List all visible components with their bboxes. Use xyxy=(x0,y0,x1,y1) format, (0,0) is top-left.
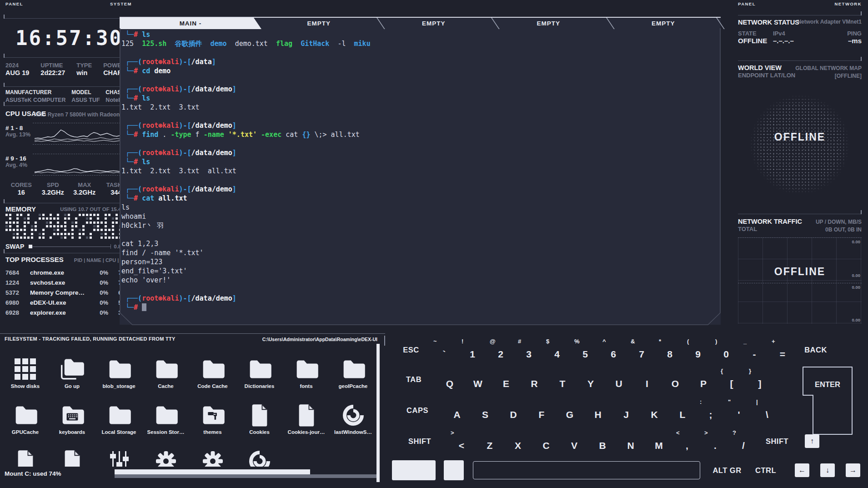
key-][interactable]: }] xyxy=(746,368,774,390)
key-o[interactable]: O xyxy=(661,368,689,390)
terminal-tab-active[interactable]: MAIN - xyxy=(120,18,261,29)
key-m[interactable]: M xyxy=(645,430,673,452)
key-blank[interactable] xyxy=(392,460,436,480)
key-t[interactable]: T xyxy=(548,368,577,390)
fs-item-Cookies[interactable]: Cookies xyxy=(236,391,283,437)
fs-item-Session-Stor-[interactable]: Session Stor… xyxy=(142,391,189,437)
key-9[interactable]: (9 xyxy=(684,339,712,361)
key-esc[interactable]: ESC xyxy=(392,339,430,361)
key-j[interactable]: J xyxy=(612,399,640,421)
fs-item-label: Code Cache xyxy=(197,383,227,391)
key-c[interactable]: C xyxy=(532,430,560,452)
key-q[interactable]: Q xyxy=(436,368,464,390)
key-y[interactable]: Y xyxy=(577,368,605,390)
key-2[interactable]: @2 xyxy=(487,339,515,361)
key-`[interactable]: ~` xyxy=(430,339,458,361)
key-↑[interactable]: ↑ xyxy=(805,434,819,448)
memory-dot xyxy=(71,225,74,227)
key-4[interactable]: $4 xyxy=(543,339,571,361)
key-x[interactable]: X xyxy=(504,430,532,452)
fs-item-GPUCache[interactable]: GPUCache xyxy=(2,391,49,437)
key-a[interactable]: A xyxy=(443,399,471,421)
fs-item[interactable] xyxy=(189,437,236,468)
key-↓[interactable]: ↓ xyxy=(820,463,835,477)
key-\[interactable]: |\ xyxy=(753,399,781,421)
key-d[interactable]: D xyxy=(499,399,527,421)
terminal-tab-empty[interactable]: EMPTY xyxy=(606,18,721,29)
key-h[interactable]: H xyxy=(584,399,612,421)
key-'[interactable]: "' xyxy=(725,399,753,421)
terminal-tab-empty[interactable]: EMPTY xyxy=(261,18,376,29)
key-0[interactable]: )0 xyxy=(712,339,740,361)
key-5[interactable]: %5 xyxy=(571,339,599,361)
fs-item-Go-up[interactable]: Go up xyxy=(49,345,95,391)
key-7[interactable]: &7 xyxy=(627,339,656,361)
key-s[interactable]: S xyxy=(471,399,499,421)
key-p[interactable]: P xyxy=(689,368,717,390)
key-u[interactable]: U xyxy=(605,368,633,390)
key-<[interactable]: >< xyxy=(447,430,476,452)
key-space[interactable] xyxy=(473,461,700,479)
fs-item-Cookies-jour-[interactable]: Cookies-jour… xyxy=(283,391,330,437)
fs-item-Show-disks[interactable]: Show disks xyxy=(2,345,49,391)
key-8[interactable]: *8 xyxy=(656,339,684,361)
key-,[interactable]: <, xyxy=(673,430,701,452)
fs-item[interactable] xyxy=(49,437,95,468)
key-→[interactable]: → xyxy=(846,463,860,477)
terminal-tab-empty[interactable]: EMPTY xyxy=(376,18,492,29)
key-n[interactable]: N xyxy=(617,430,645,452)
key-alt-gr[interactable]: ALT GR xyxy=(707,459,748,481)
horizontal-scrollbar-thumb[interactable] xyxy=(115,469,310,474)
fs-item[interactable] xyxy=(95,437,142,468)
terminal-text-segment: )-[ xyxy=(179,85,191,93)
fs-item-Cache[interactable]: Cache xyxy=(142,345,189,391)
key-e[interactable]: E xyxy=(492,368,520,390)
fs-item-Local-Storage[interactable]: Local Storage xyxy=(95,391,142,437)
key-r[interactable]: R xyxy=(520,368,548,390)
key-l[interactable]: L xyxy=(668,399,697,421)
key-3[interactable]: #3 xyxy=(515,339,543,361)
key-f[interactable]: F xyxy=(527,399,556,421)
vertical-scrollbar[interactable] xyxy=(376,344,380,482)
key-6[interactable]: ^6 xyxy=(599,339,627,361)
memory-dot xyxy=(71,233,74,235)
terminal-line: ls xyxy=(121,203,717,212)
fs-item-themes[interactable]: themes xyxy=(189,391,236,437)
key-b[interactable]: B xyxy=(588,430,617,452)
key-caps[interactable]: CAPS xyxy=(392,399,443,421)
fs-item-fonts[interactable]: fonts xyxy=(283,345,330,391)
key-shift[interactable]: SHIFT xyxy=(392,430,447,452)
key-[[interactable]: {[ xyxy=(717,368,746,390)
key--[interactable]: _- xyxy=(740,339,768,361)
fs-item-keyboards[interactable]: keyboards xyxy=(49,391,95,437)
key-;[interactable]: :; xyxy=(697,399,725,421)
fs-item[interactable] xyxy=(142,437,189,468)
terminal-text-segment: 125 xyxy=(121,40,142,48)
key-tab[interactable]: TAB xyxy=(392,368,436,390)
fs-item-lastWindowS-[interactable]: lastWindowS… xyxy=(330,391,376,437)
fs-item-geoIPcache[interactable]: geoIPcache xyxy=(330,345,376,391)
fs-item[interactable] xyxy=(2,437,49,468)
terminal-tab-empty[interactable]: EMPTY xyxy=(491,18,606,29)
key-w[interactable]: W xyxy=(464,368,492,390)
key-k[interactable]: K xyxy=(640,399,668,421)
key-blank[interactable] xyxy=(444,460,464,480)
fs-item-Dictionaries[interactable]: Dictionaries xyxy=(236,345,283,391)
key-.[interactable]: >. xyxy=(701,430,729,452)
key-i[interactable]: I xyxy=(633,368,661,390)
key-v[interactable]: V xyxy=(560,430,588,452)
key-back[interactable]: BACK xyxy=(797,339,835,361)
fs-item[interactable] xyxy=(236,437,283,468)
key-ctrl[interactable]: CTRL xyxy=(748,459,784,481)
key-z[interactable]: Z xyxy=(476,430,504,452)
key-g[interactable]: G xyxy=(556,399,584,421)
key-1[interactable]: !1 xyxy=(458,339,487,361)
key-/[interactable]: ?/ xyxy=(729,430,758,452)
key-shift[interactable]: SHIFT xyxy=(758,430,797,452)
key-=[interactable]: += xyxy=(768,339,797,361)
horizontal-scrollbar-track[interactable] xyxy=(115,474,378,478)
fs-item-blob_storage[interactable]: blob_storage xyxy=(95,345,142,391)
traffic-total-label: TOTAL xyxy=(738,226,757,232)
key-←[interactable]: ← xyxy=(795,463,809,477)
fs-item-Code-Cache[interactable]: Code Cache xyxy=(189,345,236,391)
